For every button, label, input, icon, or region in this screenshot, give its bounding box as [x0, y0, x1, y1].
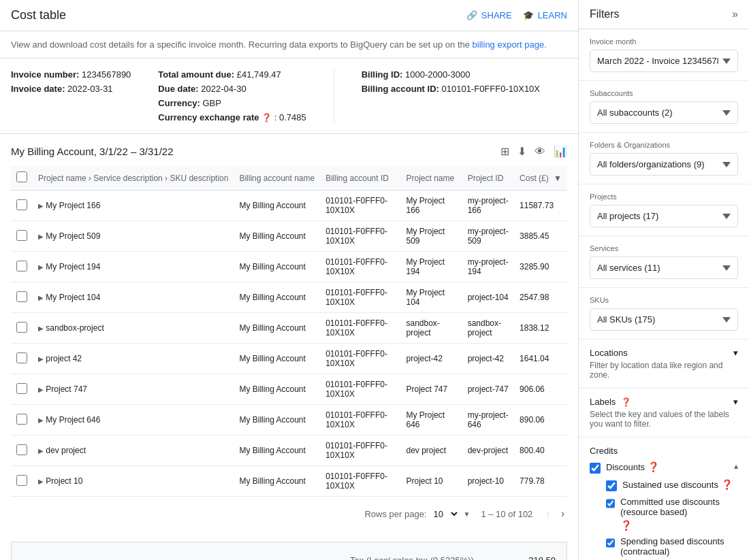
invoice-month-select[interactable]: March 2022 - Invoice 1234567890 [590, 50, 738, 72]
expand-row-button[interactable]: ▶ [38, 325, 44, 332]
rows-select[interactable]: 10 25 50 100 [431, 508, 460, 520]
discounts-expand-icon[interactable] [734, 461, 738, 471]
expand-row-button[interactable]: ▶ [38, 294, 44, 301]
row-checkbox-cell[interactable] [11, 282, 33, 313]
row-checkbox[interactable] [16, 352, 27, 363]
download-icon[interactable]: ⬇ [517, 145, 526, 158]
select-all-checkbox[interactable] [16, 171, 27, 182]
discounts-checkbox[interactable] [590, 463, 601, 474]
row-checkbox[interactable] [16, 261, 27, 271]
share-button[interactable]: 🔗 SHARE [466, 10, 512, 20]
table-scroll: Project name › Service description › SKU… [11, 166, 567, 497]
expand-row-button[interactable]: ▶ [38, 478, 44, 485]
next-page-button[interactable]: › [558, 505, 567, 523]
collapse-filters-button[interactable]: » [732, 8, 738, 20]
sustained-help-icon: ❓ [721, 479, 733, 490]
row-checkbox[interactable] [16, 444, 27, 455]
billing-export-link[interactable]: billing export page [473, 39, 545, 50]
row-checkbox-cell[interactable] [11, 344, 33, 374]
invoice-left: Invoice number: 1234567890 Invoice date:… [11, 69, 131, 122]
row-project-name: sandbox-project [401, 313, 462, 344]
row-project-name: dev project [401, 435, 462, 466]
table-section: My Billing Account, 3/1/22 – 3/31/22 ⊞ ⬇… [0, 134, 578, 542]
row-project: ▶ My Project 509 [33, 221, 234, 252]
table-row: ▶ My Project 194 My Billing Account 0101… [11, 252, 567, 282]
row-checkbox-cell[interactable] [11, 252, 33, 282]
select-all-header[interactable] [11, 166, 33, 191]
labels-help-icon: ❓ [621, 397, 631, 407]
row-billing-id: 010101-F0FFF0-10X10X [320, 252, 400, 282]
row-cost: 906.06 [514, 374, 567, 405]
visibility-icon[interactable]: 👁 [535, 146, 545, 158]
row-project-name: My Project 646 [401, 405, 462, 435]
row-billing-id: 010101-F0FFF0-10X10X [320, 435, 400, 466]
row-project: ▶ My Project 104 [33, 282, 234, 313]
locations-title: Locations [590, 348, 628, 358]
skus-select[interactable]: All SKUs (175) [590, 308, 738, 331]
committed-checkbox[interactable] [606, 498, 615, 509]
committed-item: Committed use discounts (resource based)… [606, 497, 738, 531]
row-checkbox-cell[interactable] [11, 405, 33, 435]
row-billing-account: My Billing Account [234, 374, 320, 405]
col-project[interactable]: Project name [401, 166, 462, 191]
row-checkbox[interactable] [16, 414, 27, 425]
row-project-name: project-42 [401, 344, 462, 374]
row-checkbox[interactable] [16, 475, 27, 486]
col-project-id[interactable]: Project ID [462, 166, 514, 191]
help-icon: ❓ [261, 113, 272, 122]
share-icon: 🔗 [466, 10, 477, 20]
row-checkbox[interactable] [16, 383, 27, 394]
locations-header[interactable]: Locations [590, 348, 738, 358]
row-project-id: my-project-194 [462, 252, 514, 282]
row-project-name: My Project 509 [401, 221, 462, 252]
row-checkbox-cell[interactable] [11, 374, 33, 405]
services-select[interactable]: All services (11) [590, 257, 738, 279]
expand-row-button[interactable]: ▶ [38, 263, 44, 271]
subaccounts-select[interactable]: All subaccounts (2) [590, 101, 738, 124]
row-checkbox[interactable] [16, 230, 27, 241]
filters-title: Filters [590, 8, 620, 20]
expand-row-button[interactable]: ▶ [38, 202, 44, 210]
expand-row-button[interactable]: ▶ [38, 416, 44, 424]
col-billing-account[interactable]: Billing account name [234, 166, 320, 191]
row-checkbox-cell[interactable] [11, 466, 33, 497]
spending-checkbox[interactable] [606, 538, 615, 548]
discounts-label: Discounts ❓ [606, 461, 659, 472]
locations-desc: Filter by location data like region and … [590, 361, 738, 380]
row-checkbox[interactable] [16, 199, 27, 210]
row-billing-id: 010101-F0FFF0-10X10X [320, 313, 400, 344]
col-billing-id[interactable]: Billing account ID [320, 166, 400, 191]
rows-per-page-label: Rows per page: [364, 509, 426, 519]
view-options-icon[interactable]: ⊞ [500, 145, 509, 158]
table-row: ▶ My Project 166 My Billing Account 0101… [11, 191, 567, 221]
col-cost[interactable]: Cost (£) ▼ [514, 166, 567, 191]
prev-page-button[interactable]: ‹ [543, 505, 552, 523]
row-project-id: project-104 [462, 282, 514, 313]
invoice-month-filter: Invoice month March 2022 - Invoice 12345… [579, 29, 749, 81]
committed-label: Committed use discounts (resource based)… [620, 497, 738, 531]
row-project: ▶ My Project 166 [33, 191, 234, 221]
folders-select[interactable]: All folders/organizations (9) [590, 153, 738, 176]
row-checkbox[interactable] [16, 291, 27, 302]
chart-icon[interactable]: 📊 [554, 145, 567, 158]
expand-row-button[interactable]: ▶ [38, 386, 44, 393]
expand-row-button[interactable]: ▶ [38, 233, 44, 240]
row-checkbox-cell[interactable] [11, 221, 33, 252]
locations-expand-icon [733, 348, 738, 358]
row-checkbox[interactable] [16, 322, 27, 333]
row-project: ▶ Project 10 [33, 466, 234, 497]
pagination-nav: ‹ › [543, 505, 567, 523]
projects-filter: Projects All projects (17) [579, 184, 749, 236]
row-checkbox-cell[interactable] [11, 313, 33, 344]
expand-row-button[interactable]: ▶ [38, 355, 44, 363]
expand-row-button[interactable]: ▶ [38, 447, 44, 455]
sustained-checkbox[interactable] [606, 480, 617, 491]
projects-select[interactable]: All projects (17) [590, 205, 738, 227]
header-actions: 🔗 SHARE 🎓 LEARN [466, 10, 567, 20]
col-project-name[interactable]: Project name › Service description › SKU… [33, 166, 234, 191]
row-checkbox-cell[interactable] [11, 191, 33, 221]
row-checkbox-cell[interactable] [11, 435, 33, 466]
labels-filter: Labels ❓ Select the key and values of th… [579, 389, 749, 438]
labels-header[interactable]: Labels ❓ [590, 397, 738, 407]
learn-button[interactable]: 🎓 LEARN [523, 10, 567, 20]
